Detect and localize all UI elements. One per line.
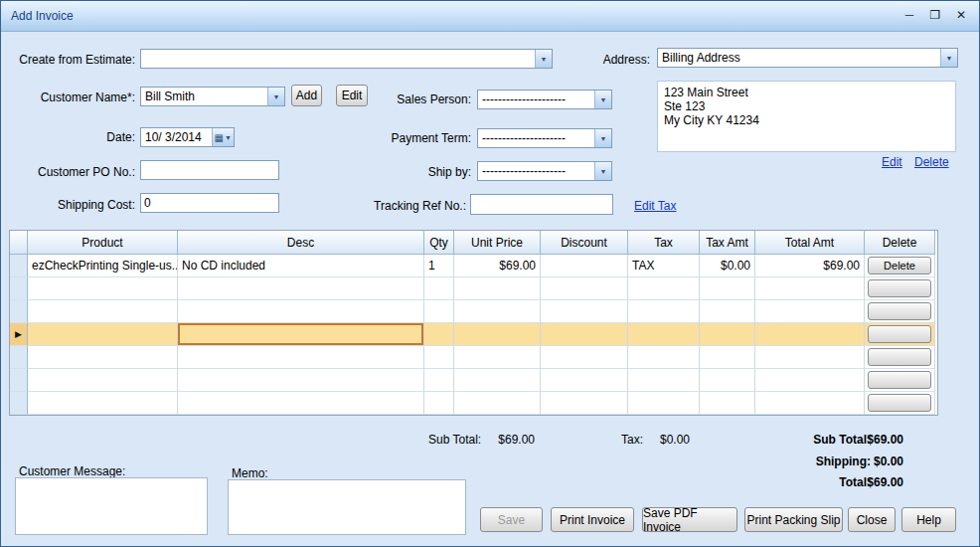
sales-person-combo[interactable]: --------------------- ▼ <box>477 90 612 109</box>
cell-product[interactable] <box>28 300 178 323</box>
cell-tax[interactable]: TAX <box>628 255 700 277</box>
row-delete-button[interactable] <box>868 394 931 412</box>
cell-tax-amt[interactable] <box>700 300 755 323</box>
maximize-icon[interactable]: ❒ <box>925 6 945 24</box>
row-selector-cell[interactable] <box>10 277 28 300</box>
cell-tax[interactable] <box>628 277 700 300</box>
cell-unit-price[interactable] <box>454 323 541 346</box>
row-delete-button[interactable] <box>868 348 931 366</box>
cell-unit-price[interactable]: $69.00 <box>454 255 541 277</box>
cell-tax[interactable] <box>628 369 700 392</box>
address-edit-link[interactable]: Edit <box>882 155 902 169</box>
customer-name-combo[interactable]: Bill Smith ▼ <box>140 87 285 106</box>
cell-delete <box>865 369 935 392</box>
cell-desc[interactable]: No CD included <box>178 255 424 277</box>
customer-po-input[interactable] <box>140 160 279 180</box>
cell-discount[interactable] <box>541 300 628 323</box>
address-delete-link[interactable]: Delete <box>914 155 949 169</box>
row-selector-cell[interactable] <box>10 369 28 392</box>
row-delete-button[interactable]: Delete <box>868 257 931 274</box>
cell-desc-focused[interactable] <box>178 323 424 346</box>
cell-total-amt[interactable] <box>755 277 865 300</box>
create-from-estimate-combo[interactable]: ▼ <box>140 49 553 69</box>
cell-total-amt[interactable] <box>755 369 865 392</box>
row-selector-cell[interactable] <box>10 346 28 369</box>
print-invoice-button[interactable]: Print Invoice <box>551 507 634 532</box>
cell-tax-amt[interactable]: $0.00 <box>700 255 755 277</box>
edit-tax-link[interactable]: Edit Tax <box>634 199 676 213</box>
cell-unit-price[interactable] <box>454 300 541 323</box>
cell-unit-price[interactable] <box>454 392 541 415</box>
save-pdf-invoice-button[interactable]: Save PDF Invoice <box>642 507 737 532</box>
cell-product[interactable] <box>28 369 178 392</box>
row-selector-cell[interactable] <box>10 255 28 277</box>
cell-qty[interactable]: 1 <box>424 255 454 277</box>
address-combo[interactable]: Billing Address ▼ <box>657 48 958 68</box>
shipping-cost-input[interactable] <box>140 193 279 213</box>
save-button[interactable]: Save <box>480 507 543 532</box>
cell-tax[interactable] <box>628 300 700 323</box>
cell-tax-amt[interactable] <box>700 369 755 392</box>
cell-qty[interactable] <box>424 392 454 415</box>
payment-term-combo[interactable]: --------------------- ▼ <box>477 128 612 148</box>
shipping-cost-label: Shipping Cost: <box>16 198 135 212</box>
cell-total-amt[interactable] <box>755 346 865 369</box>
cell-tax[interactable] <box>628 346 700 369</box>
cell-tax[interactable] <box>628 323 700 346</box>
tracking-ref-input[interactable] <box>470 194 613 215</box>
active-row-marker-icon: ▶ <box>15 329 22 339</box>
row-selector-cell[interactable]: ▶ <box>10 323 28 346</box>
cell-product[interactable] <box>28 323 178 346</box>
cell-qty[interactable] <box>424 277 454 300</box>
cell-tax-amt[interactable] <box>700 277 755 300</box>
cell-tax-amt[interactable] <box>700 346 755 369</box>
cell-tax-amt[interactable] <box>700 392 755 415</box>
cell-discount[interactable] <box>541 323 628 346</box>
cell-discount[interactable] <box>541 369 628 392</box>
cell-total-amt[interactable] <box>755 300 865 323</box>
row-selector-cell[interactable] <box>10 392 28 415</box>
cell-desc[interactable] <box>178 369 424 392</box>
close-icon[interactable]: ✕ <box>951 6 971 24</box>
close-button[interactable]: Close <box>848 507 896 532</box>
row-selector-cell[interactable] <box>10 300 28 323</box>
cell-product[interactable] <box>28 277 178 300</box>
row-delete-button[interactable] <box>868 325 931 343</box>
row-delete-button[interactable] <box>868 371 931 389</box>
cell-qty[interactable] <box>424 369 454 392</box>
cell-desc[interactable] <box>178 300 424 323</box>
cell-qty[interactable] <box>424 300 454 323</box>
help-button[interactable]: Help <box>901 507 956 532</box>
cell-total-amt[interactable]: $69.00 <box>755 255 865 277</box>
cell-tax[interactable] <box>628 392 700 415</box>
cell-discount[interactable] <box>541 346 628 369</box>
cell-unit-price[interactable] <box>454 369 541 392</box>
cell-desc[interactable] <box>178 346 424 369</box>
cell-product[interactable] <box>28 346 178 369</box>
print-packing-slip-button[interactable]: Print Packing Slip <box>744 507 843 532</box>
cell-total-amt[interactable] <box>755 323 865 346</box>
ship-by-combo[interactable]: --------------------- ▼ <box>477 161 612 181</box>
add-customer-button[interactable]: Add <box>291 85 322 106</box>
cell-desc[interactable] <box>178 277 424 300</box>
cell-unit-price[interactable] <box>454 346 541 369</box>
cell-discount[interactable] <box>541 277 628 300</box>
customer-message-textarea[interactable] <box>15 477 208 535</box>
minimize-icon[interactable]: ─ <box>899 6 919 24</box>
memo-textarea[interactable] <box>228 479 466 535</box>
cell-product[interactable] <box>28 392 178 415</box>
cell-discount[interactable] <box>541 392 628 415</box>
edit-customer-button[interactable]: Edit <box>336 85 368 106</box>
cell-product[interactable]: ezCheckPrinting Single-us... <box>28 255 178 277</box>
row-delete-button[interactable] <box>868 279 931 297</box>
cell-qty[interactable] <box>424 346 454 369</box>
cell-discount[interactable] <box>541 255 628 277</box>
cell-desc[interactable] <box>178 392 424 415</box>
row-delete-button[interactable] <box>868 302 931 320</box>
cell-qty[interactable] <box>424 323 454 346</box>
cell-unit-price[interactable] <box>454 277 541 300</box>
cell-total-amt[interactable] <box>755 392 865 415</box>
cell-delete: Delete <box>865 255 935 277</box>
date-picker[interactable]: 10/ 3/2014 ▦▼ <box>140 127 235 147</box>
cell-tax-amt[interactable] <box>700 323 755 346</box>
